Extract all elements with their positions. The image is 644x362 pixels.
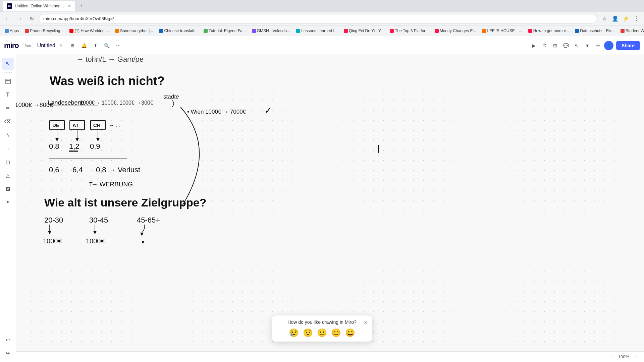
profile-btn[interactable]: 👤 [610,14,620,23]
svg-marker-43 [93,231,97,234]
bookmarks-bar: Apps Phone Recycling... (1) How Working … [0,25,644,36]
extensions-btn[interactable]: ⚡ [621,14,631,23]
bookmark-label: Sonderangebot |... [120,28,153,33]
more-tools[interactable]: ✦ [2,196,14,208]
bookmark-10[interactable]: Money Changes E... [433,28,478,34]
dropdown-icon[interactable]: ▼ [583,41,592,50]
svg-text:CH: CH [93,122,101,128]
share-button[interactable]: Share [616,41,640,50]
svg-text:30-45: 30-45 [89,216,108,224]
svg-rect-0 [6,79,10,84]
svg-marker-20 [55,138,59,141]
play-icon[interactable]: ▶ [529,41,538,50]
undo-btn[interactable]: ↩ [2,334,14,346]
feedback-emoji-4[interactable]: 😊 [331,328,341,338]
grid-icon[interactable]: ⊞ [550,41,560,50]
bookmark-favicon [159,29,163,33]
left-toolbar: ↖ T ✏ ⌫ / → ◻ △ 🖼 ✦ ↩ ↪ [0,55,16,362]
feedback-close-btn[interactable]: ✕ [364,319,368,326]
svg-text:→ WERBUNG: → WERBUNG [91,181,133,188]
bookmark-8[interactable]: Qing Fei De Yi - Y... [342,28,386,34]
pen-icon[interactable]: ✏ [593,41,603,50]
feedback-emoji-1[interactable]: 😢 [289,328,299,338]
bookmark-label: Chinese translati... [164,28,197,33]
reload-btn[interactable]: ↻ [27,14,36,23]
frames-tool[interactable] [2,75,14,87]
text-tool[interactable]: T [2,89,14,101]
zoom-in-btn[interactable]: + [632,353,640,361]
line-tool[interactable]: / [0,127,16,144]
bookmark-11[interactable]: LEE 'S HOUSE—... [480,28,524,34]
cursor-tool[interactable]: ↖ [2,58,14,70]
miro-bottombar: − 100% + [16,351,644,362]
bookmark-9[interactable]: The Top 3 Platfor... [388,28,431,34]
forward-btn[interactable]: → [15,14,24,23]
bookmark-btn[interactable]: ☆ [600,14,609,23]
pen-tool[interactable]: ✏ [2,102,14,114]
redo-btn[interactable]: ↪ [2,347,14,359]
svg-text:1000€ →800€: 1000€ →800€ [16,102,53,108]
timer-icon[interactable]: ⏱ [540,41,549,50]
browser-chrome: m Untitled, Online Whiteboard fo... ✕ + … [0,0,644,36]
svg-text:20-30: 20-30 [44,216,63,224]
svg-text:T→: T→ [89,182,98,187]
upload-icon[interactable]: ⬆ [91,41,100,50]
sticky-tool[interactable]: ◻ [2,156,14,168]
tab-close-btn[interactable]: ✕ [68,4,71,8]
svg-text:• Wien   1000€ → 7000€: • Wien 1000€ → 7000€ [187,109,246,115]
bookmark-favicon [5,29,9,33]
settings-icon[interactable]: ⚙ [68,41,77,50]
miro-free-badge: free [23,43,33,48]
miro-topbar: miro free Untitled ✎ ⚙ 🔔 ⬆ 🔍 ⋯ ▶ ⏱ ⊞ 💬 ↖… [0,36,644,55]
bookmark-label: Lessons Learned f... [301,28,338,33]
bookmark-label: Datenschutz - Re... [580,28,614,33]
address-bar[interactable]: miro.com/app/board/uXjVOw03Big=/ [39,14,597,23]
bookmark-6[interactable]: GMSN - Volosda... [250,28,292,34]
svg-text:45-65+: 45-65+ [137,216,160,224]
back-btn[interactable]: ← [3,14,12,23]
more-options-icon[interactable]: ⋯ [114,41,123,50]
bookmark-12[interactable]: How to get more v... [526,28,571,34]
canvas-grid: → tohn/L → Gam/pe Was weiß ich nicht? 10… [16,55,644,351]
svg-text:6,4: 6,4 [72,166,83,174]
image-tool[interactable]: 🖼 [2,183,14,195]
comment-icon[interactable]: 💬 [561,41,571,50]
notification-icon[interactable]: 🔔 [79,41,89,50]
shapes-tool[interactable]: △ [2,169,14,181]
bookmark-2[interactable]: (1) How Working ... [67,28,111,34]
search-icon[interactable]: 🔍 [102,41,112,50]
bookmark-4[interactable]: Chinese translati... [157,28,199,34]
svg-text:1000€: 1000€ [86,237,105,245]
bookmark-favicon [25,29,29,33]
miro-canvas[interactable]: → tohn/L → Gam/pe Was weiß ich nicht? 10… [16,55,644,351]
bookmark-favicon [528,29,532,33]
nav-actions: ☆ 👤 ⚡ ⋮ [600,14,641,23]
bookmark-label: Qing Fei De Yi - Y... [349,28,384,33]
bookmark-favicon [482,29,486,33]
bookmark-3[interactable]: Sonderangebot |... [113,28,155,34]
new-tab-btn[interactable]: + [76,1,86,11]
svg-text:0,8  → Verlust: 0,8 → Verlust [96,166,140,174]
feedback-emoji-5[interactable]: 😄 [345,328,355,338]
svg-text:AT: AT [72,122,79,128]
toolbar-sep-1 [4,72,12,73]
bookmark-apps[interactable]: Apps [3,28,21,34]
bookmark-14[interactable]: Student Wants an... [619,28,644,34]
active-tab[interactable]: m Untitled, Online Whiteboard fo... ✕ [3,1,75,11]
feedback-emoji-3[interactable]: 😐 [317,328,327,338]
feedback-emoji-2[interactable]: 😟 [303,328,313,338]
cursor2-icon[interactable]: ↖ [572,41,581,50]
bookmark-favicon [115,29,119,33]
bookmark-13[interactable]: Datenschutz - Re... [573,28,616,34]
bookmark-1[interactable]: Phone Recycling... [23,28,65,34]
bookmark-7[interactable]: Lessons Learned f... [294,28,340,34]
arrow-tool[interactable]: → [2,142,14,155]
title-edit-icon[interactable]: ✎ [59,43,63,48]
svg-text:Was weiß ich nicht?: Was weiß ich nicht? [50,74,165,88]
eraser-tool[interactable]: ⌫ [2,116,14,128]
menu-btn[interactable]: ⋮ [632,14,641,23]
user-avatar[interactable]: 👤 [604,41,613,50]
miro-board-title[interactable]: Untitled [37,43,55,49]
bookmark-5[interactable]: Tutorial: Eigene Fa... [202,28,248,34]
zoom-out-btn[interactable]: − [607,353,615,361]
